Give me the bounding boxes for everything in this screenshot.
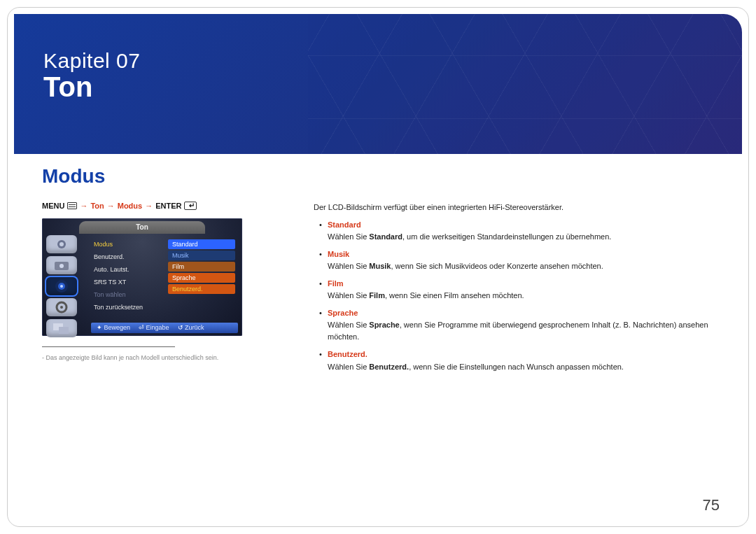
breadcrumb-arrow: → <box>80 202 88 210</box>
multi-icon <box>46 319 77 337</box>
breadcrumb-menu-label: MENU <box>42 202 64 210</box>
intro-paragraph: Der LCD-Bildschirm verfügt über einen in… <box>314 202 714 213</box>
osd-row-srs: SRS TS XT <box>91 277 164 287</box>
osd-row-tonzurueck: Ton zurücksetzen <box>91 302 164 312</box>
menu-icon <box>67 202 77 209</box>
setup-icon <box>46 298 77 316</box>
breadcrumb-arrow: → <box>145 202 153 210</box>
menu-path-breadcrumb: MENU → Ton → Modus → ENTER <box>42 202 197 210</box>
item-body: Wählen Sie Musik, wenn Sie sich Musikvid… <box>328 260 714 272</box>
svg-point-6 <box>60 285 63 288</box>
item-sprache: Sprache Wählen Sie Sprache, wenn Sie Pro… <box>314 307 714 343</box>
chapter-number: Kapitel 07 <box>43 49 140 73</box>
item-body: Wählen Sie Standard, um die werkseitigen… <box>328 231 714 243</box>
osd-row-benutzerd: Benutzerd. <box>91 252 164 262</box>
osd-enter-hint: ⏎ Eingabe <box>139 323 169 333</box>
sound-icon <box>46 277 77 295</box>
item-body: Wählen Sie Benutzerd., wenn Sie die Eins… <box>328 361 714 373</box>
hero-background-pattern <box>308 14 742 154</box>
item-musik: Musik Wählen Sie Musik, wenn Sie sich Mu… <box>314 248 714 272</box>
breadcrumb-part-modus: Modus <box>118 202 142 210</box>
item-label: Benutzerd. <box>328 350 368 358</box>
osd-row-autolautst: Auto. Lautst. <box>91 265 164 274</box>
item-label: Standard <box>328 220 361 229</box>
osd-sidebar <box>46 235 83 337</box>
osd-row-tonwaehlen: Ton wählen <box>91 290 164 300</box>
enter-icon <box>184 202 197 210</box>
breadcrumb-enter-label: ENTER <box>155 202 181 210</box>
osd-back-hint: ↺ Zurück <box>178 323 204 333</box>
chapter-title: Ton <box>43 71 140 103</box>
svg-point-3 <box>59 264 64 268</box>
osd-val-standard: Standard <box>168 239 235 249</box>
content-column: Der LCD-Bildschirm verfügt über einen in… <box>314 202 714 379</box>
item-film: Film Wählen Sie Film, wenn Sie einen Fil… <box>314 278 714 302</box>
footnote-rule <box>42 346 175 347</box>
svg-point-8 <box>60 306 63 309</box>
item-standard: Standard Wählen Sie Standard, um die wer… <box>314 219 714 243</box>
osd-row-modus: Modus <box>91 239 164 249</box>
osd-title: Ton <box>79 221 205 234</box>
osd-screenshot: Ton Modus Benutzerd. Auto. Lautst. SRS T… <box>42 218 242 336</box>
chapter-hero: Kapitel 07 Ton <box>14 14 742 154</box>
picture-icon <box>46 235 77 253</box>
svg-point-1 <box>59 242 64 246</box>
osd-menu-list: Modus Benutzerd. Auto. Lautst. SRS TS XT… <box>91 239 164 312</box>
osd-val-film: Film <box>168 262 235 272</box>
page-number: 75 <box>703 496 720 514</box>
osd-val-musik: Musik <box>168 251 235 260</box>
item-benutzerd: Benutzerd. Wählen Sie Benutzerd., wenn S… <box>314 349 714 372</box>
item-label: Film <box>328 279 344 288</box>
footnote: - Das angezeigte Bild kann je nach Model… <box>42 354 252 361</box>
item-body: Wählen Sie Film, wenn Sie einen Film ans… <box>328 290 714 302</box>
svg-rect-10 <box>59 327 69 334</box>
item-body: Wählen Sie Sprache, wenn Sie Programme m… <box>328 319 714 343</box>
osd-val-benutzerd: Benutzerd. <box>168 284 235 294</box>
osd-value-list: Standard Musik Film Sprache Benutzerd. <box>168 239 235 294</box>
osd-move-hint: ✦ Bewegen <box>97 323 130 333</box>
breadcrumb-part-ton: Ton <box>90 202 104 210</box>
input-icon <box>46 256 77 274</box>
osd-val-sprache: Sprache <box>168 273 235 283</box>
section-title: Modus <box>42 165 105 188</box>
item-label: Musik <box>328 250 349 258</box>
breadcrumb-arrow: → <box>107 202 115 210</box>
osd-bottom-bar: ✦ Bewegen ⏎ Eingabe ↺ Zurück <box>91 323 238 333</box>
hero-text: Kapitel 07 Ton <box>43 49 140 103</box>
item-label: Sprache <box>328 309 358 317</box>
